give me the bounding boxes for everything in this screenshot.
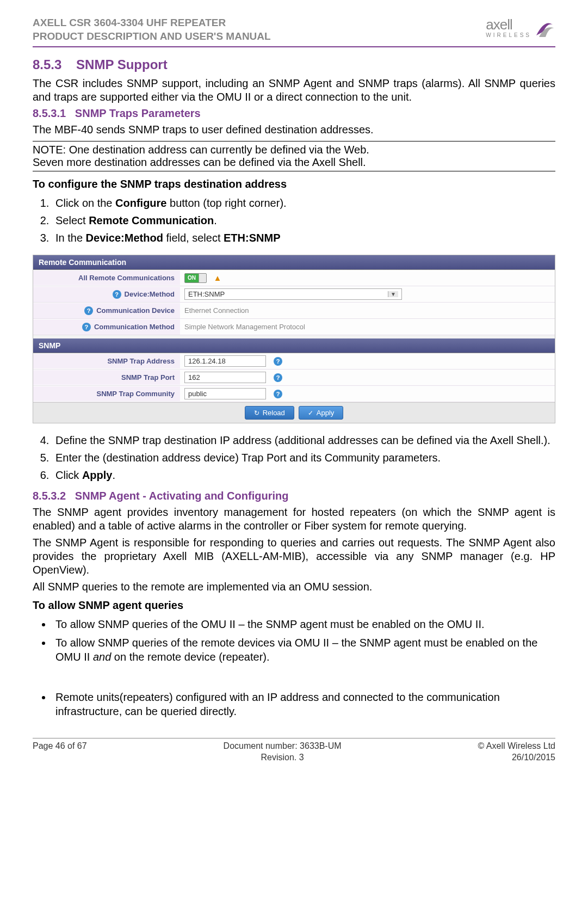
- step-1: Click on the Configure button (top right…: [52, 195, 555, 212]
- panel-header-snmp: SNMP: [33, 338, 555, 353]
- section-number: 8.5.3: [33, 57, 61, 72]
- footer-docnum: Document number: 3633B-UM: [224, 741, 342, 752]
- help-icon[interactable]: ?: [82, 323, 91, 331]
- label-trap-address: SNMP Trap Address: [33, 354, 180, 368]
- row-trap-address: SNMP Trap Address ?: [33, 353, 555, 370]
- reload-button-label: Reload: [263, 409, 285, 417]
- apply-button[interactable]: ✓ Apply: [299, 406, 344, 420]
- subsection-2-heading: 8.5.3.2 SNMP Agent - Activating and Conf…: [33, 490, 555, 502]
- bullet-a2: To allow SNMP queries of the remote devi…: [52, 635, 555, 667]
- subsection-1-heading: 8.5.3.1 SNMP Traps Parameters: [33, 107, 555, 120]
- reload-button[interactable]: ↻ Reload: [245, 406, 294, 420]
- label-comm-method: Communication Method: [94, 323, 175, 331]
- input-trap-address[interactable]: [184, 355, 266, 367]
- sub2-para3: All SNMP queries to the remote are imple…: [33, 580, 555, 594]
- bullet-a1: To allow SNMP queries of the OMU II – th…: [52, 616, 555, 635]
- input-trap-port[interactable]: [184, 372, 266, 383]
- dropdown-device-method-value: ETH:SNMP: [188, 290, 225, 298]
- toggle-label: ON: [185, 275, 199, 281]
- step-3: In the Device:Method field, select ETH:S…: [52, 230, 555, 247]
- panel-header-remote-comm: Remote Communication: [33, 255, 555, 270]
- row-comm-method: ? Communication Method Simple Network Ma…: [33, 319, 555, 335]
- sub2-subhead: To allow SNMP agent queries: [33, 599, 555, 612]
- help-icon[interactable]: ?: [274, 373, 282, 382]
- steps-list-pre: Click on the Configure button (top right…: [33, 195, 555, 247]
- page-footer: Page 46 of 67 Document number: 3633B-UM …: [33, 738, 555, 764]
- section-heading: 8.5.3 SNMP Support: [33, 57, 555, 72]
- help-icon[interactable]: ?: [274, 357, 282, 366]
- section-title: SNMP Support: [76, 57, 168, 72]
- label-trap-community: SNMP Trap Community: [33, 386, 180, 401]
- reload-icon: ↻: [254, 409, 259, 417]
- row-comm-device: ? Communication Device Ethernet Connecti…: [33, 303, 555, 319]
- bullets-group-b: Remote units(repeaters) configured with …: [33, 689, 555, 722]
- header-title-block: AXELL CSR 3604-3304 UHF REPEATER PRODUCT…: [33, 16, 271, 43]
- logo-subword: WIRELESS: [486, 32, 531, 38]
- sub1-intro: The MBF-40 sends SNMP traps to user defi…: [33, 123, 555, 137]
- button-bar: ↻ Reload ✓ Apply: [33, 402, 555, 423]
- steps-list-post: Define the SNMP trap destination IP addr…: [33, 432, 555, 484]
- footer-copyright: © Axell Wireless Ltd: [478, 741, 556, 752]
- row-device-method: ? Device:Method ETH:SNMP ▼: [33, 286, 555, 303]
- help-icon[interactable]: ?: [84, 306, 93, 315]
- apply-button-label: Apply: [317, 409, 335, 417]
- bullet-b1: Remote units(repeaters) configured with …: [52, 689, 555, 722]
- footer-date: 26/10/2015: [478, 752, 556, 764]
- bullets-group-a: To allow SNMP queries of the OMU II – th…: [33, 616, 555, 667]
- sub2-para1: The SNMP agent provides inventory manage…: [33, 506, 555, 533]
- check-icon: ✓: [308, 409, 313, 417]
- input-trap-community[interactable]: [184, 388, 266, 399]
- row-all-remote: All Remote Communications ON ▲: [33, 270, 555, 286]
- subsection-2-title: SNMP Agent - Activating and Configuring: [75, 490, 289, 502]
- sub1-subhead: To configure the SNMP traps destination …: [33, 178, 555, 190]
- footer-page: Page 46 of 67: [33, 741, 87, 764]
- help-icon[interactable]: ?: [113, 290, 121, 299]
- step-4: Define the SNMP trap destination IP addr…: [52, 432, 555, 450]
- footer-center: Document number: 3633B-UM Revision. 3: [224, 741, 342, 764]
- note-box: NOTE: One destination address can curren…: [33, 141, 555, 171]
- row-trap-port: SNMP Trap Port ?: [33, 370, 555, 386]
- header-line-2: PRODUCT DESCRIPTION AND USER'S MANUAL: [33, 30, 271, 44]
- note-line-1: NOTE: One destination address can curren…: [33, 144, 555, 156]
- subsection-1-title: SNMP Traps Parameters: [75, 107, 201, 119]
- logo-mark-icon: [534, 16, 555, 38]
- value-comm-method: Simple Network Management Protocol: [180, 321, 555, 333]
- step-6: Click Apply.: [52, 467, 555, 484]
- help-icon[interactable]: ?: [274, 390, 282, 398]
- config-screenshot: Remote Communication All Remote Communic…: [33, 255, 555, 423]
- note-line-2: Seven more destination addresses can be …: [33, 156, 555, 169]
- label-device-method: Device:Method: [125, 290, 175, 298]
- chevron-down-icon: ▼: [388, 291, 398, 297]
- sub2-para2: The SNMP Agent is responsible for respon…: [33, 536, 555, 577]
- header-line-1: AXELL CSR 3604-3304 UHF REPEATER: [33, 16, 271, 30]
- section-intro: The CSR includes SNMP support, including…: [33, 77, 555, 104]
- label-all-remote: All Remote Communications: [33, 270, 180, 285]
- warning-icon: ▲: [213, 274, 222, 282]
- page-header: AXELL CSR 3604-3304 UHF REPEATER PRODUCT…: [33, 16, 555, 47]
- step-2: Select Remote Communication.: [52, 212, 555, 230]
- dropdown-device-method[interactable]: ETH:SNMP ▼: [184, 288, 402, 300]
- row-trap-community: SNMP Trap Community ?: [33, 386, 555, 402]
- logo-word: axell: [486, 16, 512, 33]
- label-comm-device: Communication Device: [96, 306, 175, 315]
- footer-revision: Revision. 3: [224, 752, 342, 764]
- logo: axell WIRELESS: [486, 16, 555, 38]
- subsection-1-number: 8.5.3.1: [33, 107, 66, 119]
- footer-right: © Axell Wireless Ltd 26/10/2015: [478, 741, 556, 764]
- toggle-all-remote[interactable]: ON: [184, 273, 207, 283]
- label-trap-port: SNMP Trap Port: [33, 370, 180, 385]
- logo-text-block: axell WIRELESS: [486, 16, 531, 38]
- value-comm-device: Ethernet Connection: [180, 304, 555, 317]
- subsection-2-number: 8.5.3.2: [33, 490, 66, 502]
- step-5: Enter the (destination address device) T…: [52, 450, 555, 467]
